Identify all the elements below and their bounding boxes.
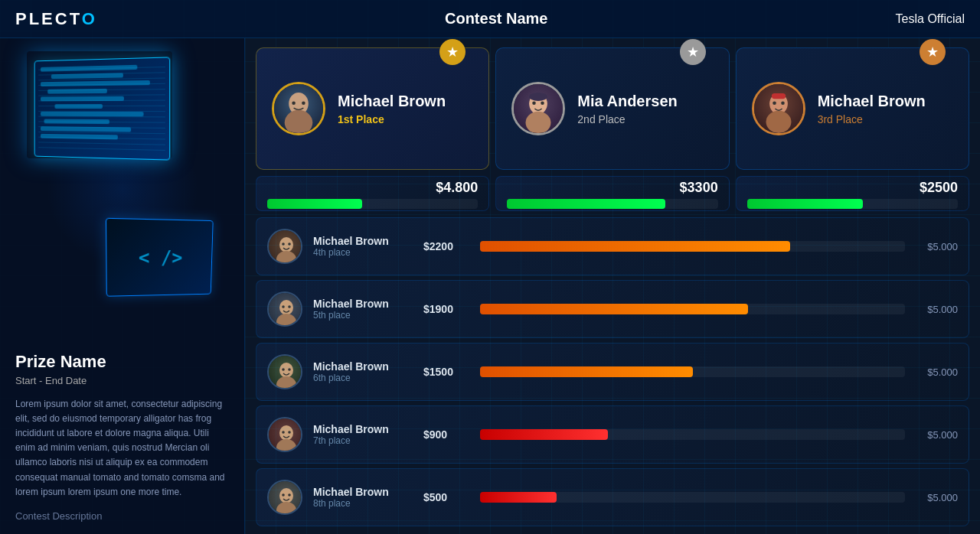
prize-name: Prize Name [15, 352, 229, 372]
svg-point-36 [288, 431, 291, 434]
prize-bar-fill-3 [747, 199, 863, 209]
lb-place-8: 8th place [313, 498, 413, 509]
svg-point-41 [288, 493, 291, 497]
lb-person-info-4: Michael Brown 4th place [313, 235, 413, 258]
podium-third-name: Michael Brown [818, 93, 953, 110]
screen-large [34, 57, 170, 160]
svg-point-18 [279, 237, 293, 252]
main-layout: Prize Name Start - End Date Lorem ipsum … [0, 38, 980, 534]
svg-point-23 [279, 300, 293, 315]
prize-amount-1: $4.800 [436, 180, 478, 196]
podium-second-name: Mia Andersen [577, 93, 713, 110]
svg-point-7 [526, 112, 551, 133]
prize-bar-fill-1 [267, 199, 362, 209]
svg-point-8 [533, 101, 537, 105]
sidebar-hero-image [0, 38, 244, 340]
lb-bar-4 [480, 241, 905, 252]
lb-amount-8: $500 [423, 491, 469, 503]
svg-point-38 [279, 488, 293, 503]
lb-bar-6 [480, 366, 905, 377]
prize-card-2: $3300 [495, 176, 729, 211]
podium-first-place: 1st Place [338, 113, 473, 125]
avatar-first [272, 82, 325, 135]
date-range: Start - End Date [15, 375, 229, 386]
svg-point-3 [292, 101, 296, 105]
lb-avatar-6 [267, 354, 302, 389]
lb-place-4: 4th place [313, 247, 413, 258]
lb-avatar-8 [267, 480, 302, 515]
lb-person-info-6: Michael Brown 6th place [313, 360, 413, 383]
leaderboard-row-7: Michael Brown 7th place $900 $5.000 [256, 405, 969, 464]
lb-bar-fill-8 [480, 492, 557, 503]
svg-point-40 [282, 493, 285, 497]
svg-point-14 [773, 101, 776, 105]
lb-bar-fill-5 [480, 304, 748, 314]
silver-badge: ★ [680, 39, 706, 65]
lb-max-6: $5.000 [916, 366, 958, 378]
svg-point-13 [766, 111, 791, 133]
lb-person-info-8: Michael Brown 8th place [313, 486, 413, 509]
sidebar-info: Prize Name Start - End Date Lorem ipsum … [0, 340, 244, 534]
podium-first: ★ Michael Brown 1st Place [256, 47, 489, 170]
podium-third-place: 3rd Place [818, 113, 953, 125]
contest-description-label: Contest Description [15, 510, 229, 522]
tech-display [23, 38, 222, 340]
prize-card-3: $2500 [736, 176, 969, 211]
lb-bar-5 [480, 304, 905, 314]
lb-max-5: $5.000 [916, 304, 958, 315]
prize-bar-fill-2 [507, 199, 665, 209]
lb-avatar-7 [267, 417, 302, 452]
lb-amount-4: $2200 [423, 240, 469, 252]
svg-point-9 [541, 101, 545, 105]
lb-name-7: Michael Brown [313, 423, 413, 435]
svg-point-35 [282, 431, 285, 434]
lb-amount-7: $900 [423, 428, 469, 441]
lb-place-6: 6th place [313, 373, 413, 383]
leaderboard-row-4: Michael Brown 4th place $2200 $5.000 [256, 217, 969, 275]
podium-first-name: Michael Brown [338, 93, 473, 110]
prize-bar-2 [507, 199, 717, 209]
bronze-badge: ★ [920, 39, 946, 65]
lb-bar-fill-7 [480, 429, 608, 440]
svg-rect-16 [772, 93, 786, 99]
podium-third-info: Michael Brown 3rd Place [818, 93, 953, 125]
prize-amount-2: $3300 [680, 180, 718, 196]
lb-person-info-5: Michael Brown 5th place [313, 298, 413, 321]
prize-card-1: $4.800 [256, 176, 489, 211]
svg-point-26 [288, 305, 291, 308]
lb-max-8: $5.000 [916, 492, 958, 503]
svg-point-30 [282, 368, 285, 371]
lb-place-7: 7th place [313, 435, 413, 446]
lb-name-5: Michael Brown [313, 298, 413, 310]
svg-point-25 [282, 305, 285, 308]
prize-bar-1 [267, 199, 478, 209]
podium-third: ★ Michael Brown 3rd Place [736, 47, 969, 170]
podium-second-info: Mia Andersen 2nd Place [577, 93, 713, 125]
podium-second: ★ Mia Andersen 2nd Place [495, 47, 729, 170]
svg-point-10 [529, 93, 547, 101]
svg-point-20 [282, 243, 285, 246]
podium-second-place: 2nd Place [577, 113, 713, 125]
lb-name-8: Michael Brown [313, 486, 413, 498]
gold-badge: ★ [439, 39, 466, 65]
prize-amount-3: $2500 [920, 180, 958, 196]
lb-bar-7 [480, 429, 905, 440]
logo: PLECTO [15, 9, 97, 29]
leaderboard-row-5: Michael Brown 5th place $1900 $5.000 [256, 280, 969, 338]
svg-point-33 [279, 425, 293, 441]
svg-point-4 [302, 101, 305, 105]
lb-bar-fill-6 [480, 366, 693, 377]
prize-row: $4.800 $3300 $2500 [256, 176, 969, 211]
header: PLECTO Contest Name Tesla Official [0, 0, 980, 38]
svg-point-31 [288, 368, 291, 371]
podium: ★ Michael Brown 1st Place [256, 47, 969, 170]
lb-name-6: Michael Brown [313, 360, 413, 373]
description-text: Lorem ipsum dolor sit amet, consectetur … [15, 397, 229, 500]
avatar-second [511, 82, 565, 135]
lb-max-7: $5.000 [916, 429, 958, 441]
lb-avatar-5 [267, 291, 302, 327]
org-name: Tesla Official [896, 12, 965, 26]
screen-small [105, 218, 213, 297]
lb-amount-6: $1500 [423, 366, 469, 378]
lb-person-info-7: Michael Brown 7th place [313, 423, 413, 446]
